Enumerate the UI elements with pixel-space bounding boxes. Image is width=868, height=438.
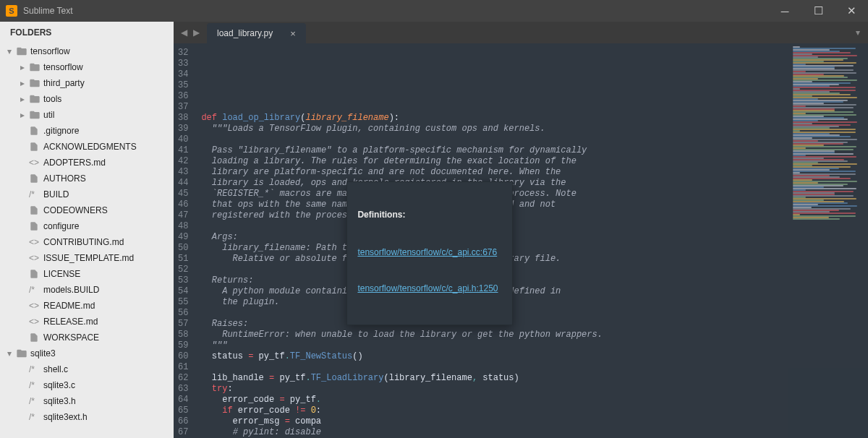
code-line[interactable]: A python module containing the Python wr…	[201, 286, 868, 297]
file-icon: <>	[29, 317, 43, 327]
code-line[interactable]: status = py_tf.TF_NewStatus()	[201, 351, 868, 362]
code-line[interactable]: Pass "library_filename" to a platform-sp…	[201, 145, 868, 156]
file-row[interactable]: /*sqlite3.c	[0, 377, 174, 393]
code-body[interactable]: def load_op_library(library_filename): "…	[198, 43, 868, 438]
file-row[interactable]: <>CONTRIBUTING.md	[0, 234, 174, 250]
file-row[interactable]: <>README.md	[0, 298, 174, 314]
code-line[interactable]: error_msg = compa	[201, 416, 868, 427]
chevron-icon: ▸	[20, 78, 29, 88]
file-row[interactable]: <>ADOPTERS.md	[0, 155, 174, 171]
folder-row[interactable]: ▸third_party	[0, 75, 174, 91]
tree-label: tools	[43, 94, 61, 104]
chevron-icon: ▸	[20, 110, 29, 120]
definition-link[interactable]: tensorflow/tensorflow/c/c_api.cc:676	[357, 245, 502, 259]
file-icon	[29, 173, 43, 184]
file-row[interactable]: ACKNOWLEDGMENTS	[0, 139, 174, 155]
file-icon: /*	[29, 396, 43, 406]
code-line[interactable]: RuntimeError: when unable to load the li…	[201, 330, 868, 340]
file-icon: /*	[29, 285, 43, 295]
tab-menu-icon[interactable]: ▾	[848, 22, 868, 43]
code-line[interactable]: def load_op_library(library_filename):	[201, 113, 868, 124]
code-line[interactable]	[201, 221, 868, 232]
nav-back-icon[interactable]: ◀	[181, 27, 187, 38]
tree-label: sqlite3.h	[43, 396, 76, 406]
window-minimize-button[interactable]: ─	[768, 0, 801, 22]
folder-row[interactable]: ▸tensorflow	[0, 59, 174, 75]
code-line[interactable]: `REGISTER_*` macros are made available i…	[201, 189, 868, 199]
file-row[interactable]: CODEOWNERS	[0, 202, 174, 218]
app-title: Sublime Text	[23, 6, 72, 16]
file-row[interactable]: /*sqlite3.h	[0, 393, 174, 409]
file-row[interactable]: /*BUILD	[0, 186, 174, 202]
file-row[interactable]: /*sqlite3ext.h	[0, 409, 174, 425]
tree-label: README.md	[43, 301, 95, 311]
code-line[interactable]: the plugin.	[201, 297, 868, 308]
window-close-button[interactable]: ✕	[835, 0, 868, 22]
tab-strip: ◀ ▶ load_library.py × ▾	[174, 22, 868, 43]
code-line[interactable]: Raises:	[201, 319, 868, 330]
folder-row[interactable]: ▸tools	[0, 91, 174, 107]
file-row[interactable]: AUTHORS	[0, 171, 174, 186]
code-line[interactable]: registered with the process.	[201, 210, 868, 221]
file-row[interactable]: WORKSPACE	[0, 330, 174, 345]
code-line[interactable]: lib_handle = py_tf.TF_LoadLibrary(librar…	[201, 373, 868, 384]
folder-row[interactable]: ▸util	[0, 107, 174, 123]
code-line[interactable]: library are platform-specific and are no…	[201, 167, 868, 178]
code-line[interactable]	[201, 134, 868, 145]
code-line[interactable]: library is loaded, ops and kernels regis…	[201, 178, 868, 189]
file-icon: <>	[29, 237, 43, 247]
file-row[interactable]: <>ISSUE_TEMPLATE.md	[0, 250, 174, 266]
file-row[interactable]: .gitignore	[0, 123, 174, 139]
file-row[interactable]: LICENSE	[0, 266, 174, 282]
file-icon: /*	[29, 189, 43, 199]
chevron-icon: ▸	[20, 62, 29, 72]
tree-label: sqlite3.c	[43, 380, 75, 390]
file-icon: /*	[29, 412, 43, 422]
code-line[interactable]	[201, 362, 868, 373]
code-line[interactable]: error_code = py_tf.	[201, 395, 868, 405]
folder-icon	[29, 77, 43, 89]
tree-label: ACKNOWLEDGMENTS	[43, 142, 137, 152]
file-icon: /*	[29, 364, 43, 374]
folder-row[interactable]: ▾tensorflow	[0, 43, 174, 59]
code-line[interactable]: Args:	[201, 232, 868, 243]
tree-label: configure	[43, 221, 79, 231]
file-icon	[29, 221, 43, 231]
code-line[interactable]	[201, 308, 868, 319]
folder-icon	[29, 109, 43, 121]
file-row[interactable]: <>RELEASE.md	[0, 314, 174, 330]
code-line[interactable]	[201, 265, 868, 275]
file-row[interactable]: /*models.BUILD	[0, 282, 174, 298]
code-line[interactable]: loading a library. The rules for determi…	[201, 156, 868, 167]
tree-label: shell.c	[43, 364, 68, 374]
code-line[interactable]: Relative or absolute filesystem path to …	[201, 254, 868, 265]
file-icon: <>	[29, 301, 43, 311]
nav-forward-icon[interactable]: ▶	[193, 27, 200, 38]
code-line[interactable]: that ops with the same name as an existi…	[201, 199, 868, 210]
sidebar[interactable]: FOLDERS ▾tensorflow▸tensorflow▸third_par…	[0, 22, 174, 438]
tree-label: models.BUILD	[43, 285, 99, 295]
sidebar-heading: FOLDERS	[0, 22, 174, 43]
code-line[interactable]: # pylint: disable	[201, 427, 868, 438]
code-line[interactable]: if error_code != 0:	[201, 405, 868, 416]
code-line[interactable]: """	[201, 340, 868, 351]
code-line[interactable]: library_filename: Path to the plugin.	[201, 243, 868, 254]
code-line[interactable]: try:	[201, 384, 868, 395]
definition-link[interactable]: tensorflow/tensorflow/c/c_api.h:1250	[357, 281, 502, 296]
window-maximize-button[interactable]: ☐	[801, 0, 835, 22]
file-row[interactable]: configure	[0, 218, 174, 234]
tab-close-icon[interactable]: ×	[290, 28, 296, 39]
folder-row[interactable]: ▾sqlite3	[0, 345, 174, 361]
tree-label: WORKSPACE	[43, 332, 99, 343]
code-line[interactable]: """Loads a TensorFlow plugin, containing…	[201, 124, 868, 134]
folder-icon	[16, 46, 30, 57]
tree-label: CODEOWNERS	[43, 205, 108, 215]
file-row[interactable]: /*shell.c	[0, 361, 174, 377]
file-icon	[29, 126, 43, 136]
minimap[interactable]	[788, 43, 868, 438]
code-line[interactable]: Returns:	[201, 275, 868, 286]
tree-label: tensorflow	[43, 62, 83, 72]
code-line[interactable]	[201, 102, 868, 113]
tree-label: sqlite3	[30, 348, 56, 358]
tab-active[interactable]: load_library.py ×	[207, 23, 306, 43]
